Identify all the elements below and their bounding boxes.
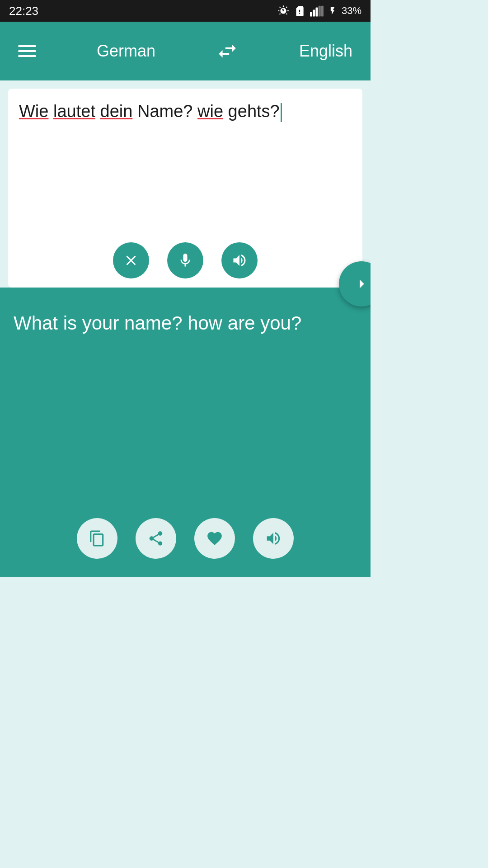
svg-rect-1 [313, 10, 315, 17]
menu-button[interactable] [18, 45, 36, 57]
microphone-button[interactable] [167, 242, 203, 278]
input-word-gehts: gehts? [228, 102, 280, 121]
source-language-selector[interactable]: German [97, 42, 155, 61]
app-header: German English [0, 22, 371, 80]
status-time: 22:23 [9, 4, 38, 18]
input-controls [19, 242, 352, 278]
main-content: Wie lautet dein Name? wie gehts? [0, 89, 371, 577]
signal-icon [310, 5, 324, 17]
target-language-selector[interactable]: English [299, 42, 352, 61]
favorite-button[interactable] [194, 518, 235, 559]
input-word-name: Name? [137, 102, 193, 121]
input-word-lautet: lautet [53, 102, 95, 121]
input-word-wie1: Wie [19, 102, 48, 121]
speak-input-button[interactable] [221, 242, 258, 278]
input-text-area[interactable]: Wie lautet dein Name? wie gehts? [19, 99, 352, 233]
battery-level: 33% [342, 5, 361, 17]
status-icons: 33% [277, 5, 361, 17]
alarm-icon [277, 5, 289, 17]
speak-output-button[interactable] [253, 518, 294, 559]
clear-button[interactable] [113, 242, 149, 278]
output-section: What is your name? how are you? [0, 288, 371, 577]
text-cursor [281, 103, 282, 122]
charging-icon [328, 5, 337, 17]
share-button[interactable] [136, 518, 176, 559]
output-controls [14, 518, 357, 559]
input-wrapper: Wie lautet dein Name? wie gehts? [0, 89, 371, 288]
input-word-dein: dein [100, 102, 133, 121]
swap-languages-button[interactable] [216, 40, 239, 62]
output-text: What is your name? how are you? [14, 310, 357, 337]
svg-rect-2 [315, 8, 318, 17]
sim-icon [294, 5, 305, 17]
svg-rect-0 [310, 12, 312, 17]
svg-rect-3 [319, 6, 321, 17]
copy-button[interactable] [77, 518, 117, 559]
input-word-wie2: wie [197, 102, 223, 121]
input-section: Wie lautet dein Name? wie gehts? [8, 89, 362, 288]
status-bar: 22:23 33% [0, 0, 371, 22]
svg-rect-4 [321, 6, 324, 17]
